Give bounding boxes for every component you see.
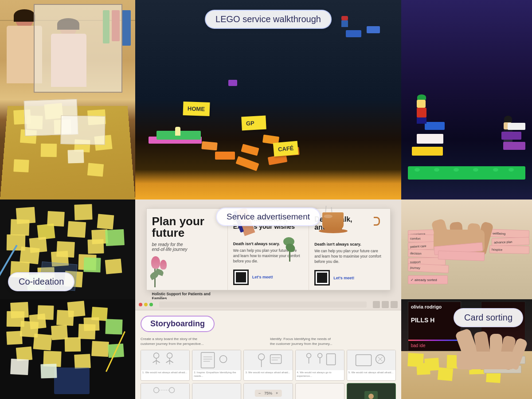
cell-coideation-people	[0, 0, 135, 200]
browser-bar	[135, 299, 401, 310]
video-participant: @ rachel Webster	[347, 383, 396, 399]
cell-sticky-notes-bottom	[0, 299, 135, 399]
storyboard-instructions2: Identify: Focus Identifying the needs of…	[270, 336, 396, 346]
ad-panel1-org: Holistic Support for Patients and Famili…	[152, 292, 222, 299]
svg-point-4	[167, 353, 172, 358]
svg-rect-22	[326, 354, 335, 365]
svg-line-6	[166, 360, 170, 363]
cell-card-sorting-bottom: olivia rodrigo PILLS H bad ide	[401, 299, 532, 399]
storyboard-instructions: Create a story board the story of thecus…	[141, 336, 266, 346]
minimize-button	[144, 303, 148, 306]
svg-line-7	[170, 360, 173, 363]
svg-rect-15	[270, 355, 282, 364]
storyboarding-label: Storyboarding	[150, 319, 205, 328]
svg-line-2	[153, 360, 156, 363]
svg-point-18	[306, 353, 311, 358]
cell-coideation-dark: Co-ideation	[0, 200, 135, 299]
svg-rect-23	[356, 355, 371, 366]
svg-point-28	[169, 387, 175, 393]
cell-lego-figures	[401, 0, 532, 200]
ad-panel1-title: Plan yourfuture	[152, 215, 222, 239]
ad-panel2-cta: Let's meet!	[252, 275, 273, 279]
storyboarding-bubble: Storyboarding	[141, 316, 215, 332]
card-sorting-label: Card sorting	[454, 308, 523, 327]
lego-service-label: LEGO service walkthrough	[205, 10, 332, 29]
service-ad-label: Service advertisement	[216, 207, 321, 226]
cell-storyboarding: Storyboarding Create a story board the s…	[135, 299, 401, 399]
svg-line-3	[156, 360, 160, 363]
svg-point-12	[220, 356, 227, 363]
main-grid: GP HOME CAFÉ LEGO service walkthrough	[0, 0, 532, 399]
close-button	[139, 303, 142, 306]
storyboard-frames: 1. We would not always afraid afraid...	[141, 350, 396, 381]
checkmark-card: ✓ already sorted	[408, 275, 448, 284]
svg-point-13	[258, 354, 265, 360]
svg-rect-8	[201, 352, 215, 368]
ad-panel3-cta: Let's meet!	[333, 276, 354, 280]
postit-cafe: CAFÉ	[273, 141, 299, 157]
coideation-label: Co-ideation	[8, 272, 74, 291]
svg-point-27	[154, 387, 159, 393]
cell-service-ad: Plan yourfuture be ready for theend-of-l…	[135, 200, 401, 299]
cell-card-sorting-right: experience comfort patient care decision…	[401, 200, 532, 299]
postit-gp: GP	[241, 115, 266, 130]
postit-home: HOME	[183, 102, 210, 116]
ad-panel3-death-title: Death isn't always scary.	[314, 242, 384, 246]
cell-lego-service: GP HOME CAFÉ LEGO service walkthrough	[135, 0, 401, 200]
ad-panel1-subtitle: be ready for theend-of-life journey	[152, 242, 222, 252]
zoom-bar[interactable]: − 75% +	[255, 390, 282, 397]
maximize-button	[149, 303, 153, 306]
svg-point-20	[317, 353, 322, 358]
ad-panel3-body: We can help you plan your future care an…	[314, 249, 384, 265]
svg-point-0	[154, 353, 159, 358]
